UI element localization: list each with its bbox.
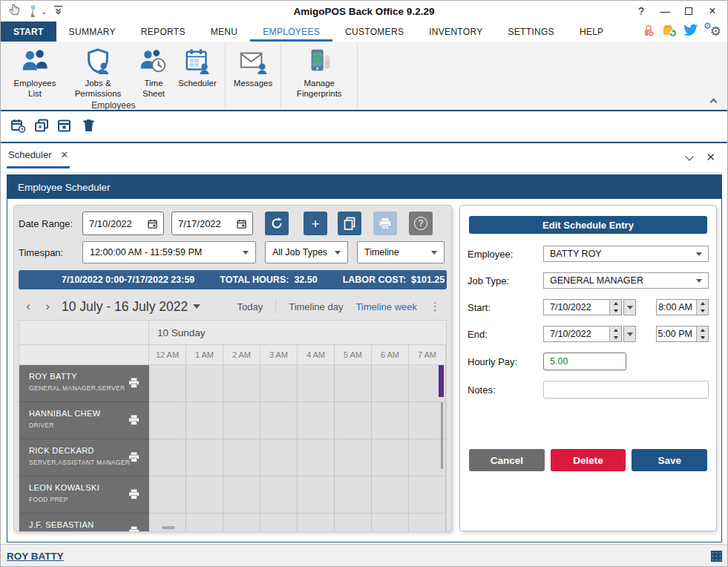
twitter-icon[interactable] bbox=[683, 24, 698, 39]
vertical-scrollbar[interactable] bbox=[441, 402, 443, 469]
menu-tab[interactable]: INVENTORY bbox=[416, 22, 495, 42]
save-button[interactable]: Save bbox=[632, 449, 707, 471]
schedule-grid-cell[interactable] bbox=[149, 476, 446, 514]
menu-tab[interactable]: EMPLOYEES bbox=[250, 22, 332, 42]
schedule-grid-cell[interactable] bbox=[149, 514, 446, 531]
spin-up-icon[interactable] bbox=[610, 327, 621, 334]
start-time-value: 8:00 AM bbox=[657, 300, 696, 315]
delete-schedule-icon[interactable] bbox=[82, 118, 95, 136]
print-row-icon[interactable] bbox=[128, 526, 140, 531]
scheduler-button[interactable]: Scheduler bbox=[174, 45, 220, 91]
jobs-permissions-button[interactable]: Jobs & Permissions bbox=[63, 45, 133, 100]
print-row-icon[interactable] bbox=[128, 378, 140, 391]
employees-list-button[interactable]: Employees List bbox=[7, 45, 63, 100]
menu-tab[interactable]: CUSTOMERS bbox=[332, 22, 416, 42]
date-to-input[interactable]: 7/17/2022 bbox=[171, 212, 253, 235]
job-type-select[interactable]: All Job Types bbox=[265, 241, 348, 263]
collapse-ribbon-icon[interactable] bbox=[709, 98, 717, 104]
print-row-icon[interactable] bbox=[128, 415, 140, 428]
spin-up-icon[interactable] bbox=[610, 300, 621, 307]
spin-up-icon[interactable] bbox=[697, 300, 708, 307]
next-week-icon[interactable]: › bbox=[38, 299, 57, 314]
menu-tab[interactable]: START bbox=[1, 22, 56, 42]
help-button[interactable]: ? bbox=[409, 212, 433, 235]
employee-header-cell[interactable]: ROY BATTY GENERAL MANAGER,SERVER bbox=[19, 365, 149, 402]
employee-header-cell[interactable]: LEON KOWALSKI FOOD PREP bbox=[19, 476, 149, 514]
resize-grip[interactable] bbox=[711, 551, 722, 562]
employee-header-cell[interactable]: J.F. SEBASTIAN bbox=[19, 514, 149, 531]
touch-press-icon[interactable]: ⌄ bbox=[28, 4, 47, 18]
menu-tab[interactable]: HELP bbox=[567, 22, 617, 42]
print-row-icon[interactable] bbox=[128, 489, 140, 502]
calendar-range-title[interactable]: 10 July - 16 July 2022 bbox=[62, 299, 188, 315]
selected-employee-link[interactable]: ROY BATTY bbox=[7, 551, 64, 562]
end-date-dropdown[interactable] bbox=[623, 326, 636, 342]
spin-up-icon[interactable] bbox=[697, 327, 708, 334]
backup-icon[interactable] bbox=[662, 24, 677, 40]
labor-cost-value: $101.25 bbox=[411, 275, 445, 285]
copy-button[interactable] bbox=[338, 212, 361, 235]
end-time-spinner[interactable]: 5:00 PM bbox=[656, 326, 709, 342]
lock-icon[interactable] bbox=[643, 24, 655, 40]
schedule-clock-icon[interactable] bbox=[10, 118, 26, 136]
refresh-button[interactable] bbox=[265, 212, 289, 235]
start-time-spinner[interactable]: 8:00 AM bbox=[656, 299, 709, 315]
messages-button[interactable]: Messages bbox=[230, 45, 276, 91]
more-options-icon[interactable]: ⋮ bbox=[430, 300, 441, 313]
spin-down-icon[interactable] bbox=[697, 307, 708, 315]
schedule-grid-cell[interactable] bbox=[149, 402, 446, 439]
start-date-spinner[interactable]: 7/10/2022 bbox=[543, 299, 622, 315]
menu-tab[interactable]: SUMMARY bbox=[56, 22, 128, 42]
employee-header-cell[interactable]: RICK DECKARD SERVER,ASSISTANT MANAGER bbox=[19, 439, 149, 476]
add-entry-button[interactable]: + bbox=[304, 212, 327, 235]
time-sheet-button[interactable]: Time Sheet bbox=[133, 45, 174, 100]
start-date-dropdown[interactable] bbox=[623, 299, 636, 315]
close-document-icon[interactable]: ✕ bbox=[706, 151, 715, 164]
employee-header-cell[interactable]: HANNIBAL CHEW DRIVER bbox=[19, 402, 149, 439]
employee-select[interactable]: BATTY ROY bbox=[543, 246, 709, 262]
date-range-label: Date Range: bbox=[19, 218, 82, 229]
timespan-select[interactable]: 12:00:00 AM - 11:59:59 PM bbox=[82, 241, 256, 263]
schedule-grid-cell[interactable] bbox=[149, 365, 446, 402]
pointer-hand-icon[interactable] bbox=[7, 3, 22, 19]
view-mode-select[interactable]: Timeline bbox=[357, 241, 445, 263]
view-toggle[interactable]: Timeline week bbox=[355, 301, 417, 312]
chevron-down-icon bbox=[335, 251, 341, 255]
chevron-down-icon: ⌄ bbox=[41, 7, 47, 16]
menu-tab[interactable]: REPORTS bbox=[128, 22, 198, 42]
customize-toolbar-icon[interactable] bbox=[53, 4, 63, 18]
spin-down-icon[interactable] bbox=[697, 334, 708, 341]
delete-button[interactable]: Delete bbox=[551, 449, 626, 471]
spin-down-icon[interactable] bbox=[610, 307, 621, 315]
minimize-icon[interactable]: — bbox=[653, 1, 677, 21]
notes-input[interactable] bbox=[543, 381, 709, 399]
tab-list-dropdown-icon[interactable] bbox=[686, 152, 694, 160]
date-from-input[interactable]: 7/10/2022 bbox=[82, 212, 164, 235]
maximize-icon[interactable] bbox=[677, 1, 701, 21]
end-date-spinner[interactable]: 7/10/2022 bbox=[543, 326, 622, 342]
schedule-grid-cell[interactable] bbox=[149, 439, 446, 476]
today-button[interactable]: Today bbox=[237, 301, 263, 312]
copy-schedule-icon[interactable] bbox=[34, 118, 49, 136]
menu-tab[interactable]: MENU bbox=[198, 22, 251, 42]
tab-scheduler[interactable]: Scheduler ✕ bbox=[7, 149, 70, 168]
spin-down-icon[interactable] bbox=[610, 334, 621, 341]
prev-week-icon[interactable]: ‹ bbox=[19, 299, 38, 314]
schedule-entry[interactable] bbox=[439, 365, 444, 397]
close-tab-icon[interactable]: ✕ bbox=[61, 149, 69, 160]
employees-list-icon bbox=[21, 47, 49, 76]
horizontal-scrollbar[interactable] bbox=[162, 526, 175, 529]
job-type-editor-select[interactable]: GENERAL MANAGER bbox=[543, 272, 709, 289]
close-icon[interactable]: × bbox=[701, 1, 724, 21]
hourly-pay-input[interactable] bbox=[543, 353, 626, 370]
view-toggle[interactable]: Timeline day bbox=[289, 301, 343, 312]
calendar-day-icon[interactable] bbox=[57, 118, 71, 136]
cancel-button[interactable]: Cancel bbox=[469, 449, 545, 471]
print-button[interactable] bbox=[373, 212, 397, 235]
print-row-icon[interactable] bbox=[128, 452, 140, 465]
services-gears-icon[interactable]: ⚙⚙ bbox=[705, 24, 720, 39]
manage-fingerprints-button[interactable]: Manage Fingerprints bbox=[286, 45, 352, 100]
help-icon[interactable]: ? bbox=[629, 1, 653, 21]
chevron-down-icon[interactable] bbox=[193, 304, 200, 309]
menu-tab[interactable]: SETTINGS bbox=[495, 22, 566, 42]
